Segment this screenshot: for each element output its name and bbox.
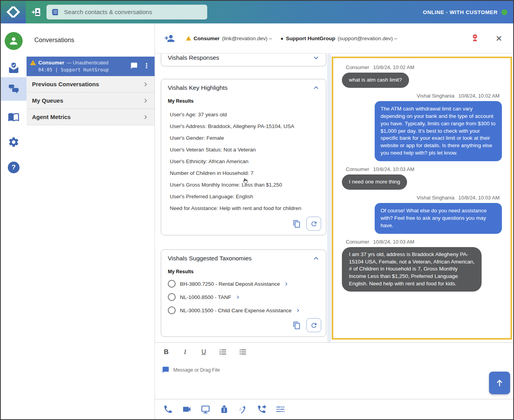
italic-button[interactable]: I	[181, 348, 189, 356]
block-user-icon[interactable]	[470, 34, 480, 43]
chevron-down-icon[interactable]	[313, 55, 319, 61]
copy-icon[interactable]	[293, 321, 301, 329]
agent-badge-icon[interactable]	[31, 7, 41, 17]
responses-card: Vishals Responses	[161, 53, 326, 66]
warning-icon	[30, 60, 36, 65]
section-label: My Queues	[32, 97, 63, 104]
ordered-list-button[interactable]	[219, 348, 227, 356]
chevron-right-icon[interactable]	[284, 282, 288, 286]
search-input[interactable]	[63, 8, 203, 16]
highlight-item: User's Age: 37 years old	[168, 109, 319, 120]
radio-button[interactable]	[168, 293, 176, 301]
ai-assist-transfer-button[interactable]	[237, 404, 248, 415]
participant-consumer: Consumer (link@revation.dev) –	[186, 36, 272, 41]
message-placeholder: Message or Drag File	[173, 367, 220, 373]
message-meta: Consumer 10/8/24, 10:02 AM	[346, 64, 500, 70]
card-title: Vishals Key Highlights	[168, 84, 228, 91]
participant-detail: (support@revation.dev) –	[338, 36, 397, 41]
taxonomy-options: BH-3800.7250 - Rental Deposit Assistance…	[168, 280, 319, 314]
sliders-icon	[276, 404, 285, 414]
participant-name: Consumer	[194, 36, 220, 41]
nav-item-profile[interactable]	[5, 32, 23, 50]
active-conversation-item[interactable]: Consumer — Unauthenticated 04:05 | Suppo…	[27, 57, 155, 76]
top-bar: ONLINE - WITH CUSTOMER	[1, 1, 513, 23]
chevron-up-icon[interactable]	[313, 255, 319, 262]
message-sender: Vishal Singhania	[417, 195, 455, 201]
message-bubble: Of course! What else do you need assista…	[375, 203, 502, 234]
meta-separator: |	[55, 67, 58, 73]
radio-button[interactable]	[168, 306, 176, 314]
taxonomy-label: NL-1000.8500 - TANF	[180, 294, 231, 300]
send-arrow-icon	[494, 378, 505, 388]
chevron-right-icon[interactable]	[236, 295, 240, 299]
participant-name: Support HuntGroup	[286, 36, 335, 41]
video-camera-icon	[182, 404, 192, 414]
call-toolbar	[162, 404, 286, 415]
highlight-item: User's Veteran Status: Not a Veteran	[168, 144, 319, 155]
results-label: My Results	[168, 98, 319, 104]
phone-icon	[163, 404, 173, 414]
linklive-diamond-icon	[7, 5, 20, 19]
video-call-button[interactable]	[181, 404, 192, 415]
bulleted-list-button[interactable]	[239, 348, 247, 356]
refresh-icon	[310, 322, 318, 329]
refresh-icon	[310, 220, 318, 228]
agent-status[interactable]: ONLINE - WITH CUSTOMER	[423, 9, 507, 15]
file-upload-button[interactable]	[219, 404, 229, 415]
nav-item-settings[interactable]	[8, 136, 20, 148]
composer-divider	[155, 342, 513, 343]
message-meta: Consumer 10/8/24, 10:03 AM	[346, 239, 500, 245]
global-search[interactable]	[46, 5, 207, 20]
message-sender: Consumer	[346, 64, 369, 70]
chat-message: Consumer 10/8/24, 10:02 AM what is atm c…	[342, 64, 502, 88]
chevron-up-icon[interactable]	[313, 85, 319, 91]
chat-transcript-panel: Consumer 10/8/24, 10:02 AM what is atm c…	[332, 57, 512, 340]
copy-icon[interactable]	[293, 220, 301, 228]
message-meta: Vishal Singhania 10/8/24, 10:03 AM	[346, 195, 500, 201]
close-icon[interactable]: ✕	[495, 34, 502, 43]
send-button[interactable]	[489, 372, 510, 394]
screen-share-button[interactable]	[200, 404, 211, 415]
chat-message: Vishal Singhania 10/8/24, 10:02 AM The A…	[342, 93, 502, 161]
app-logo[interactable]	[1, 1, 26, 23]
audio-settings-button[interactable]	[275, 404, 286, 415]
nav-item-help[interactable]: ?	[8, 162, 20, 173]
call-forward-button[interactable]	[256, 404, 267, 415]
nav-item-inbox[interactable]	[7, 62, 20, 75]
nav-item-conversations[interactable]	[8, 83, 20, 95]
taxonomy-option[interactable]: NL-1000.8500 - TANF	[168, 293, 319, 301]
conversation-meta: 04:05 | Support HuntGroup	[38, 67, 130, 73]
highlight-item: User's Gender: Female	[168, 132, 319, 144]
add-participant-icon[interactable]	[164, 33, 175, 44]
phone-call-button[interactable]	[162, 404, 173, 415]
results-label: My Results	[168, 269, 319, 274]
chevron-right-icon[interactable]	[296, 308, 300, 313]
taxonomy-option[interactable]: BH-3800.7250 - Rental Deposit Assistance	[168, 280, 319, 288]
chat-bubbles-icon	[8, 83, 20, 95]
conversation-section-row[interactable]: My Queues	[27, 93, 155, 109]
status-label: ONLINE - WITH CUSTOMER	[423, 9, 498, 15]
radio-button[interactable]	[168, 280, 176, 288]
refresh-button[interactable]	[306, 217, 321, 231]
underline-button[interactable]: U	[200, 349, 207, 356]
refresh-button[interactable]	[306, 318, 321, 332]
key-highlights-card: Vishals Key Highlights My Results User's…	[161, 79, 326, 235]
message-timestamp: 10/8/24, 10:03 AM	[373, 239, 414, 245]
conversation-section-row[interactable]: Agent Metrics	[27, 109, 155, 125]
overflow-menu-icon[interactable]: ⋮	[143, 62, 150, 69]
message-timestamp: 10/8/24, 10:03 AM	[458, 195, 500, 201]
nav-item-directory[interactable]	[8, 111, 20, 123]
message-bubble: I need one more thing	[342, 174, 407, 190]
scrollbar-track[interactable]	[327, 53, 331, 342]
chat-bubble-icon[interactable]	[130, 62, 138, 69]
call-toolbar-divider	[155, 399, 513, 399]
taxonomy-option[interactable]: NL-3000.1500 - Child Care Expense Assist…	[168, 306, 319, 314]
conversations-panel: Conversations Consumer — Unauthenticated…	[27, 23, 155, 419]
highlight-item: User's Preferred Language: English	[168, 190, 319, 202]
sparkle-arrow-icon	[238, 404, 248, 414]
conversation-section-row[interactable]: Previous Conversations	[27, 76, 155, 93]
nav-rail: ?	[1, 23, 27, 419]
taxonomy-label: BH-3800.7250 - Rental Deposit Assistance	[180, 281, 280, 287]
message-input[interactable]: Message or Drag File	[162, 366, 220, 374]
bold-button[interactable]: B	[163, 348, 170, 356]
